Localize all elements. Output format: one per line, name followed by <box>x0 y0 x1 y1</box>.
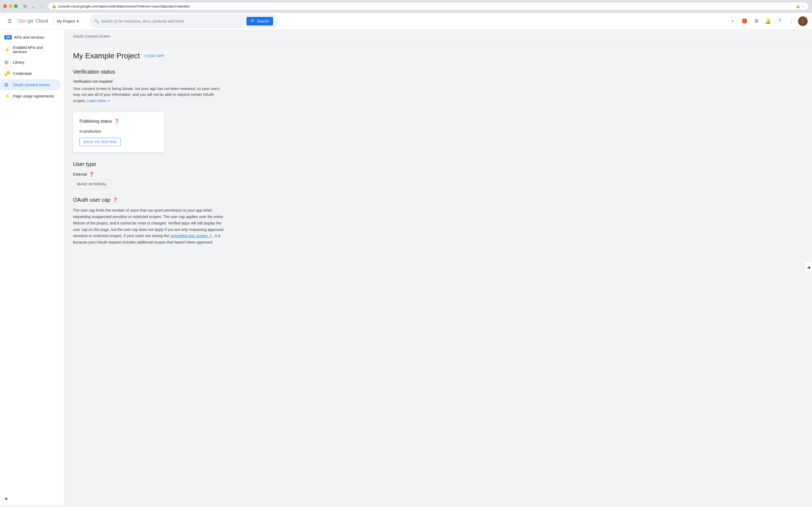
edit-icon: ✏ <box>144 54 147 58</box>
browser-icons: ⧉ ⌄ ‹ <box>21 2 46 10</box>
sidebar-item-oauth-consent[interactable]: ⊞ OAuth consent screen <box>0 79 61 91</box>
sidebar-item-library[interactable]: ⊞ Library <box>0 57 61 68</box>
learn-more-label: Learn more <box>87 98 106 104</box>
traffic-lights <box>3 4 18 8</box>
oauth-cap-title-row: OAuth user cap ❓ <box>73 197 803 203</box>
edit-app-label: EDIT APP <box>148 54 164 58</box>
enabled-apis-icon: ⚡ <box>4 47 10 53</box>
user-type-label-row: External ❓ <box>73 172 803 177</box>
oauth-cap-title-text: OAuth user cap <box>73 197 110 203</box>
page-title: My Example Project <box>73 52 140 60</box>
credentials-icon: 🔑 <box>4 71 10 76</box>
api-badge: API <box>4 35 12 40</box>
browser-back-icon[interactable]: ‹ <box>38 2 46 10</box>
sidebar: API APIs and services ⚡ Enabled APIs and… <box>0 30 64 505</box>
terminal-button[interactable]: ▪ <box>727 16 738 26</box>
oauth-user-cap-section: OAuth user cap ❓ The user cap limits the… <box>73 197 803 246</box>
unverified-app-link[interactable]: 'unverified app' screen ↗ <box>170 234 213 238</box>
more-options-button[interactable]: ⋮ <box>786 16 797 26</box>
sidebar-item-page-usage[interactable]: ⚡ Page usage agreements <box>0 91 61 102</box>
browser-chevron-icon[interactable]: ⌄ <box>30 2 37 10</box>
learn-more-link[interactable]: Learn more ↗ <box>87 98 110 104</box>
verification-subtitle: Verification not required <box>73 79 803 83</box>
google-cloud-logo: Google Cloud <box>18 18 48 24</box>
monitor-button[interactable]: 🖥 <box>751 16 761 26</box>
sidebar-item-enabled-apis[interactable]: ⚡ Enabled APIs and services <box>0 43 61 57</box>
main-layout: API APIs and services ⚡ Enabled APIs and… <box>0 30 812 505</box>
publishing-title-text: Publishing status <box>79 119 112 124</box>
more-vertical-icon: ⋮ <box>789 18 794 24</box>
sidebar-item-credentials[interactable]: 🔑 Credentials <box>0 68 61 79</box>
verification-body-text: Your consent screen is being shown, but … <box>73 86 223 104</box>
bell-icon: 🔔 <box>765 18 771 24</box>
unverified-external-icon: ↗ <box>209 234 212 238</box>
gc-header: ☰ Google Cloud My Project ▾ 🔍 🔍 Search ▪… <box>0 13 812 30</box>
publishing-status-card: Publishing status ❓ In production BACK T… <box>73 112 164 153</box>
search-magnifier-icon: 🔍 <box>94 19 99 23</box>
external-link-icon: ↗ <box>107 98 110 104</box>
search-button-icon: 🔍 <box>251 19 255 23</box>
publishing-card-title: Publishing status ❓ <box>79 119 158 124</box>
page-title-row: My Example Project ✏ EDIT APP <box>73 52 803 60</box>
content-breadcrumb: OAuth consent screen <box>64 30 812 43</box>
verification-status-title: Verification status <box>73 69 803 75</box>
lock-icon: 🔒 <box>52 4 56 8</box>
dropdown-chevron-icon: ▾ <box>77 19 79 23</box>
search-button-label: Search <box>257 19 269 23</box>
user-type-title: User type <box>73 161 803 167</box>
sidebar-item-label: Enabled APIs and services <box>13 45 57 54</box>
edit-app-link[interactable]: ✏ EDIT APP <box>144 54 164 58</box>
oauth-consent-icon: ⊞ <box>4 82 10 88</box>
url-text: console.cloud.google.com/apis/credential… <box>58 4 794 8</box>
header-actions: ▪ 🎁 🖥 🔔 ? ⋮ 👤 <box>727 16 808 26</box>
notifications-button[interactable]: 🔔 <box>763 16 773 26</box>
sidebar-item-label: Credentials <box>13 71 32 76</box>
content-area: OAuth consent screen My Example Project … <box>64 30 812 505</box>
collapse-icon: ◀ <box>4 496 7 501</box>
project-name: My Project <box>57 19 75 23</box>
project-selector[interactable]: My Project ▾ <box>53 17 82 25</box>
user-type-section: User type External ❓ MAKE INTERNAL <box>73 161 803 188</box>
verification-status-section: Verification status Verification not req… <box>73 69 803 104</box>
monitor-icon: 🖥 <box>754 18 759 24</box>
address-bar[interactable]: 🔒 console.cloud.google.com/apis/credenti… <box>48 2 809 10</box>
content-body: My Example Project ✏ EDIT APP Verificati… <box>64 43 812 263</box>
sidebar-toggle-icon[interactable]: ⧉ <box>21 2 28 10</box>
user-avatar[interactable]: 👤 <box>798 16 808 26</box>
library-icon: ⊞ <box>4 59 10 65</box>
gift-icon: 🎁 <box>741 18 747 24</box>
right-chevron-icon: ◀ <box>807 265 810 270</box>
traffic-light-red[interactable] <box>3 4 7 8</box>
external-label: External <box>73 172 87 176</box>
sidebar-header: API APIs and services <box>0 32 64 43</box>
user-type-help-icon[interactable]: ❓ <box>89 172 94 177</box>
sidebar-item-label: OAuth consent screen <box>13 83 50 87</box>
traffic-light-green[interactable] <box>14 4 18 8</box>
hamburger-menu[interactable]: ☰ <box>4 16 15 26</box>
sidebar-collapse-button[interactable]: ◀ <box>0 494 11 503</box>
publishing-status-label: In production <box>79 129 158 133</box>
search-input[interactable] <box>101 19 244 23</box>
secure-icons: 🔒 ⋯ <box>796 4 805 8</box>
oauth-cap-body: The user cap limits the number of users … <box>73 207 223 246</box>
traffic-light-yellow[interactable] <box>9 4 12 8</box>
oauth-cap-help-icon[interactable]: ❓ <box>113 198 118 203</box>
page-usage-icon: ⚡ <box>4 93 10 99</box>
sidebar-item-label: Page usage agreements <box>13 94 54 98</box>
help-circle-icon: ? <box>778 18 781 24</box>
search-button[interactable]: 🔍 Search <box>246 17 273 25</box>
publishing-help-icon[interactable]: ❓ <box>114 119 119 124</box>
browser-chrome: ⧉ ⌄ ‹ 🔒 console.cloud.google.com/apis/cr… <box>0 0 812 13</box>
back-to-testing-button[interactable]: BACK TO TESTING <box>79 138 121 146</box>
help-button[interactable]: ? <box>774 16 785 26</box>
cloud-text: Cloud <box>36 18 48 24</box>
unverified-app-link-text: 'unverified app' screen <box>170 234 208 238</box>
breadcrumb-text: OAuth consent screen <box>73 34 110 39</box>
google-logo-text: Google <box>18 18 34 24</box>
search-bar[interactable]: 🔍 🔍 Search <box>90 14 278 28</box>
gift-button[interactable]: 🎁 <box>739 16 750 26</box>
terminal-icon: ▪ <box>732 18 733 24</box>
right-panel-collapse-button[interactable]: ◀ <box>805 262 812 273</box>
make-internal-button[interactable]: MAKE INTERNAL <box>73 180 111 188</box>
sidebar-item-label: Library <box>13 60 24 64</box>
